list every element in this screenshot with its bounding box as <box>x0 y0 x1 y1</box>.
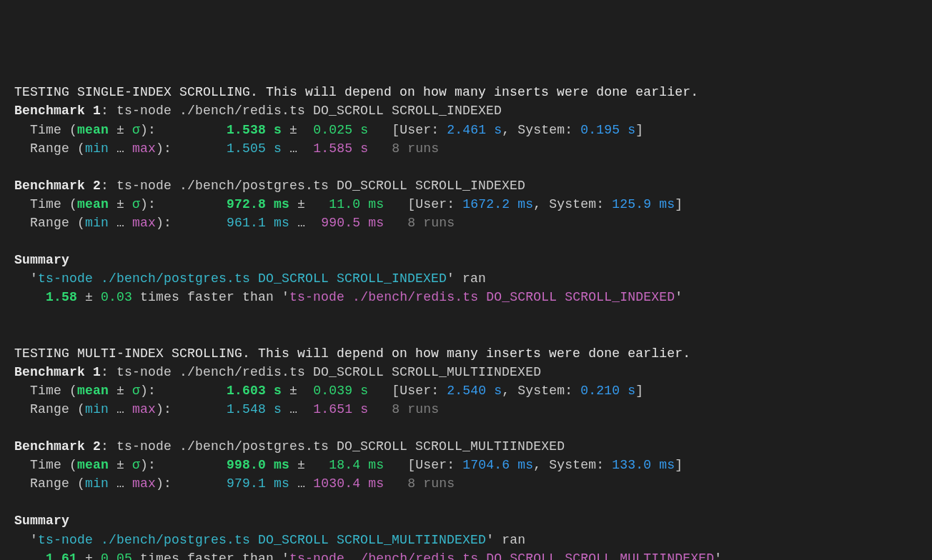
summary-header: Summary <box>14 251 918 269</box>
range-line: Range (min … max): 1.505 s … 1.585 s 8 r… <box>14 139 918 158</box>
section-header: TESTING SINGLE-INDEX SCROLLING. This wil… <box>14 83 918 101</box>
blank-line <box>14 326 918 344</box>
benchmark-header: Benchmark 2: ts-node ./bench/postgres.ts… <box>14 176 918 195</box>
benchmark-section: TESTING SINGLE-INDEX SCROLLING. This wil… <box>14 83 918 306</box>
summary-factor: 1.58 ± 0.03 times faster than 'ts-node .… <box>14 288 918 306</box>
time-line: Time (mean ± σ): 1.538 s ± 0.025 s [User… <box>14 121 918 139</box>
terminal-output: TESTING SINGLE-INDEX SCROLLING. This wil… <box>14 83 918 560</box>
time-line: Time (mean ± σ): 972.8 ms ± 11.0 ms [Use… <box>14 195 918 214</box>
time-line: Time (mean ± σ): 998.0 ms ± 18.4 ms [Use… <box>14 456 918 474</box>
blank-line <box>14 419 918 437</box>
summary-header: Summary <box>14 511 918 530</box>
benchmark-header: Benchmark 2: ts-node ./bench/postgres.ts… <box>14 437 918 456</box>
summary-winner: 'ts-node ./bench/postgres.ts DO_SCROLL S… <box>14 269 918 288</box>
benchmark-section: TESTING MULTI-INDEX SCROLLING. This will… <box>14 344 918 560</box>
section-header: TESTING MULTI-INDEX SCROLLING. This will… <box>14 344 918 363</box>
blank-line <box>14 493 918 511</box>
blank-line <box>14 232 918 251</box>
summary-factor: 1.61 ± 0.05 times faster than 'ts-node .… <box>14 549 918 560</box>
blank-line <box>14 158 918 176</box>
benchmark-header: Benchmark 1: ts-node ./bench/redis.ts DO… <box>14 363 918 381</box>
range-line: Range (min … max): 961.1 ms … 990.5 ms 8… <box>14 214 918 232</box>
summary-winner: 'ts-node ./bench/postgres.ts DO_SCROLL S… <box>14 531 918 549</box>
benchmark-header: Benchmark 1: ts-node ./bench/redis.ts DO… <box>14 101 918 120</box>
range-line: Range (min … max): 1.548 s … 1.651 s 8 r… <box>14 400 918 419</box>
range-line: Range (min … max): 979.1 ms … 1030.4 ms … <box>14 474 918 493</box>
time-line: Time (mean ± σ): 1.603 s ± 0.039 s [User… <box>14 381 918 400</box>
